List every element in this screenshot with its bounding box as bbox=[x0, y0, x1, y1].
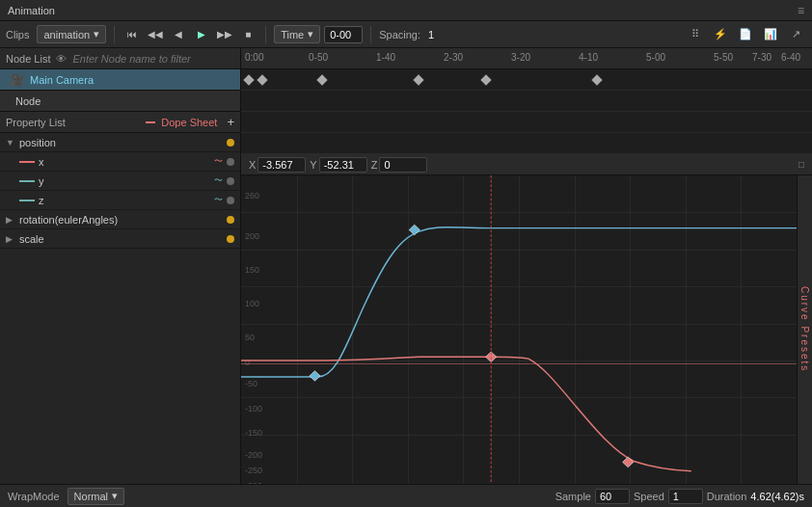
blue-keyframe-2[interactable] bbox=[409, 225, 420, 235]
time-marker-6: 5-00 bbox=[646, 52, 665, 63]
step-back-button[interactable]: ◀◀ bbox=[146, 25, 165, 44]
diamond-5 bbox=[591, 74, 602, 85]
clips-dropdown[interactable]: animation ▾ bbox=[37, 25, 106, 43]
dope-line-icon bbox=[146, 121, 155, 123]
red-keyframe-2[interactable] bbox=[623, 457, 634, 467]
stop-button[interactable]: ■ bbox=[238, 25, 257, 44]
chart-icon-button[interactable]: 📊 bbox=[760, 25, 781, 44]
z-coord-field: Z bbox=[371, 157, 428, 173]
sample-input[interactable] bbox=[595, 489, 630, 504]
z-dot bbox=[227, 197, 234, 204]
node-sub-label: Node bbox=[15, 95, 41, 107]
position-prop[interactable]: ▼ position bbox=[0, 133, 240, 152]
curve-canvas[interactable]: 260 200 150 100 50 0 -50 -100 -150 -200 … bbox=[241, 175, 797, 484]
y-coord-input[interactable] bbox=[319, 157, 367, 173]
y-curve-icon: 〜 bbox=[214, 174, 223, 187]
x-color-line bbox=[19, 161, 35, 163]
speed-label: Speed bbox=[634, 491, 664, 502]
main-camera-label: Main Camera bbox=[30, 74, 94, 86]
prop-list-track bbox=[241, 112, 812, 133]
dope-sheet-label: Dope Sheet bbox=[146, 117, 217, 128]
right-panel: 0:00 0-50 1-40 2-30 3-20 4-10 5-00 5-50 … bbox=[241, 48, 812, 484]
z-color-line bbox=[19, 200, 35, 201]
coord-expand-icon[interactable]: □ bbox=[798, 159, 804, 170]
status-bar: WrapMode Normal ▾ Sample Speed Duration … bbox=[0, 484, 812, 507]
spacing-value: 1 bbox=[428, 29, 434, 40]
rotation-expand-icon: ▶ bbox=[6, 215, 19, 225]
timeline-ruler-col: 0:00 0-50 1-40 2-30 3-20 4-10 5-00 5-50 … bbox=[241, 48, 812, 154]
play-back-button[interactable]: ◀ bbox=[169, 25, 188, 44]
status-right: Sample Speed Duration 4.62(4.62)s bbox=[555, 489, 804, 504]
x-coord-input[interactable] bbox=[257, 157, 306, 173]
add-property-button[interactable]: + bbox=[227, 115, 234, 129]
diamond-0 bbox=[243, 74, 254, 85]
wrapmode-label: WrapMode bbox=[8, 491, 60, 502]
node-sub-item[interactable]: Node bbox=[0, 91, 240, 112]
x-dot bbox=[227, 158, 234, 166]
rotation-dot bbox=[227, 216, 234, 224]
toolbar-sep-1 bbox=[114, 26, 115, 43]
blue-keyframe-1[interactable] bbox=[310, 371, 320, 382]
time-dropdown[interactable]: Time ▾ bbox=[274, 25, 320, 43]
play-forward-button[interactable]: ▶ bbox=[192, 25, 211, 44]
x-prop[interactable]: x 〜 bbox=[0, 152, 240, 172]
clips-value: animation bbox=[43, 29, 90, 40]
rotation-prop[interactable]: ▶ rotation(eulerAngles) bbox=[0, 210, 240, 229]
node-filter-input[interactable] bbox=[72, 53, 234, 65]
z-label: z bbox=[39, 195, 214, 206]
time-marker-2: 1-40 bbox=[376, 52, 395, 63]
z-prop[interactable]: z 〜 bbox=[0, 191, 240, 210]
wrapmode-dropdown[interactable]: Normal ▾ bbox=[68, 488, 124, 505]
time-marker-7: 5-50 bbox=[714, 52, 733, 63]
time-field[interactable] bbox=[324, 26, 363, 43]
time-marker-8: 6-40 bbox=[781, 52, 800, 63]
speed-input[interactable] bbox=[668, 489, 703, 504]
sample-label: Sample bbox=[555, 491, 591, 502]
export-icon-button[interactable]: ↗ bbox=[785, 25, 806, 44]
x-label: x bbox=[39, 156, 214, 168]
position-dot bbox=[227, 139, 234, 147]
flash-icon-button[interactable]: ⚡ bbox=[710, 25, 731, 44]
menu-icon[interactable]: ≡ bbox=[798, 4, 804, 17]
scale-prop[interactable]: ▶ scale bbox=[0, 229, 240, 249]
z-curve-icon: 〜 bbox=[214, 194, 223, 206]
time-marker-5: 4-10 bbox=[579, 52, 598, 63]
time-ruler: 0:00 0-50 1-40 2-30 3-20 4-10 5-00 5-50 … bbox=[241, 48, 812, 69]
dope-sheet-text: Dope Sheet bbox=[161, 117, 217, 128]
spacing-label: Spacing: bbox=[379, 29, 420, 40]
y-curve bbox=[241, 227, 797, 377]
diamond-3 bbox=[413, 74, 423, 85]
duration-value: 4.62(4.62)s bbox=[750, 491, 804, 502]
grid-icon-button[interactable]: ⠿ bbox=[685, 25, 706, 44]
step-forward-button[interactable]: ▶▶ bbox=[215, 25, 234, 44]
position-expand-icon: ▼ bbox=[6, 138, 19, 147]
timeline-tracks bbox=[241, 69, 812, 154]
x-coord-field: X bbox=[249, 157, 306, 173]
main-camera-track bbox=[241, 69, 812, 91]
y-prop[interactable]: y 〜 bbox=[0, 172, 240, 191]
y-coord-field: Y bbox=[310, 157, 366, 173]
time-marker-1: 0-50 bbox=[309, 52, 328, 63]
curve-presets-label: Curve Presets bbox=[799, 286, 810, 372]
z-coord-input[interactable] bbox=[379, 157, 427, 173]
coord-bar: X Y Z □ bbox=[241, 154, 812, 175]
position-label: position bbox=[19, 137, 227, 148]
x-curve bbox=[241, 357, 691, 471]
curve-svg bbox=[241, 175, 797, 484]
z-coord-label: Z bbox=[371, 159, 378, 171]
wrapmode-value: Normal bbox=[74, 491, 108, 502]
curve-canvas-row: 260 200 150 100 50 0 -50 -100 -150 -200 … bbox=[241, 175, 812, 484]
diamond-4 bbox=[480, 74, 491, 85]
time-marker-9: 7-30 bbox=[752, 52, 771, 63]
doc-icon-button[interactable]: 📄 bbox=[735, 25, 756, 44]
curve-presets-panel[interactable]: Curve Presets bbox=[797, 175, 812, 484]
x-coord-label: X bbox=[249, 159, 256, 171]
skip-back-button[interactable]: ⏮ bbox=[122, 25, 142, 44]
diamond-2 bbox=[316, 74, 327, 85]
scale-label: scale bbox=[19, 233, 227, 245]
left-panel: Node List 👁 🎥 Main Camera Node Property … bbox=[0, 48, 241, 484]
title-label: Animation bbox=[8, 5, 55, 16]
rotation-label: rotation(eulerAngles) bbox=[19, 214, 227, 226]
node-list-header: Node List 👁 bbox=[0, 48, 240, 69]
main-camera-item[interactable]: 🎥 Main Camera bbox=[0, 69, 240, 91]
